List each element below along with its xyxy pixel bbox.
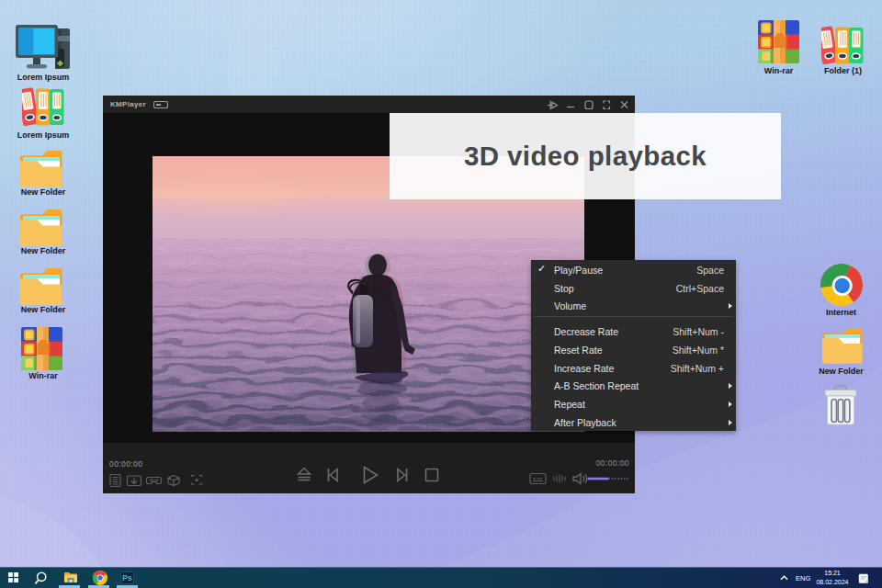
svg-text:Ps: Ps	[122, 573, 132, 582]
